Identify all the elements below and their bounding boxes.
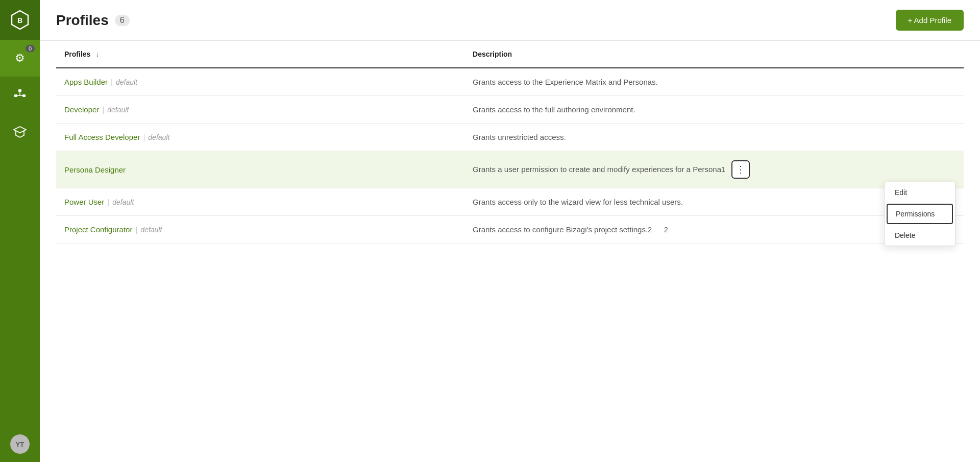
column-header-profiles[interactable]: Profiles ↓ (56, 41, 464, 68)
table-row: Full Access Developer|defaultGrants unre… (56, 124, 964, 151)
column-header-description: Description (464, 41, 964, 68)
default-label: default (107, 106, 129, 114)
profile-name-cell-project-configurator: Project Configurator|default (56, 216, 464, 244)
description-text: Grants access to the Experience Matrix a… (473, 78, 658, 86)
profile-name-cell-full-access-developer: Full Access Developer|default (56, 124, 464, 151)
user-count: 2 (648, 226, 652, 234)
profiles-table: Profiles ↓ Description Apps Builder|defa… (56, 41, 964, 244)
sidebar-item-env[interactable]: ⚙ 0 (0, 40, 40, 77)
separator: | (107, 198, 109, 206)
table-row: Persona DesignerGrants a user permission… (56, 151, 964, 188)
description-text: Grants access only to the wizard view fo… (473, 198, 683, 206)
avatar[interactable]: YT (10, 434, 30, 454)
separator: | (135, 225, 137, 234)
page-header: Profiles 6 + Add Profile (40, 0, 980, 41)
more-options-button[interactable]: ⋮ (731, 160, 750, 179)
description-text: Grants access to the full authoring envi… (473, 105, 635, 114)
profile-name-cell-developer: Developer|default (56, 96, 464, 124)
profiles-table-container: Profiles ↓ Description Apps Builder|defa… (40, 41, 980, 462)
table-row: Apps Builder|defaultGrants access to the… (56, 68, 964, 96)
sidebar-bottom: YT (10, 434, 30, 454)
profile-name[interactable]: Project Configurator (64, 225, 132, 234)
user-count: 1 (721, 165, 725, 174)
header-left: Profiles 6 (56, 12, 130, 29)
dropdown-item-delete[interactable]: Delete (885, 225, 955, 246)
dropdown-item-edit[interactable]: Edit (885, 182, 955, 203)
profile-name-cell-power-user: Power User|default (56, 188, 464, 216)
svg-text:B: B (17, 16, 22, 25)
profiles-count-badge: 6 (115, 15, 130, 26)
default-label: default (116, 78, 137, 86)
table-row: Developer|defaultGrants access to the fu… (56, 96, 964, 124)
logo-icon: B (10, 10, 30, 30)
profile-name[interactable]: Persona Designer (64, 165, 126, 174)
svg-rect-2 (18, 89, 21, 92)
profile-name[interactable]: Power User (64, 198, 104, 206)
dropdown-item-permissions[interactable]: Permissions (887, 204, 953, 224)
sidebar-item-org[interactable] (0, 77, 40, 113)
dropdown-menu: EditPermissionsDelete (884, 182, 955, 246)
description-text: Grants a user permission to create and m… (473, 165, 721, 174)
separator: | (111, 78, 113, 86)
table-row: Power User|defaultGrants access only to … (56, 188, 964, 216)
default-label: default (148, 133, 169, 141)
sidebar: B ⚙ 0 YT (0, 0, 40, 462)
profile-name[interactable]: Developer (64, 105, 99, 114)
profile-name-cell-apps-builder: Apps Builder|default (56, 68, 464, 96)
env-icon: ⚙ (15, 52, 25, 65)
profile-name-cell-persona-designer: Persona Designer (56, 151, 464, 188)
main-content: Profiles 6 + Add Profile Profiles ↓ Desc… (40, 0, 980, 462)
description-text: Grants unrestricted access. (473, 133, 566, 141)
sidebar-badge: 0 (26, 45, 35, 52)
description-cell-persona-designer: Grants a user permission to create and m… (464, 151, 964, 188)
separator: | (143, 133, 145, 141)
table-row: Project Configurator|defaultGrants acces… (56, 216, 964, 244)
description-cell-developer: Grants access to the full authoring envi… (464, 96, 964, 124)
add-profile-button[interactable]: + Add Profile (896, 10, 964, 31)
sidebar-logo[interactable]: B (0, 0, 40, 40)
profile-name[interactable]: Full Access Developer (64, 133, 140, 141)
page-title: Profiles (56, 12, 109, 29)
sort-arrow-icon: ↓ (95, 50, 99, 58)
default-label: default (140, 226, 162, 234)
default-label: default (112, 198, 134, 206)
table-header-row: Profiles ↓ Description (56, 41, 964, 68)
sidebar-item-learn[interactable] (0, 113, 40, 150)
description-cell-apps-builder: Grants access to the Experience Matrix a… (464, 68, 964, 96)
profile-name[interactable]: Apps Builder (64, 78, 108, 86)
learn-icon (13, 125, 27, 138)
user-count-project: 2 (664, 226, 668, 234)
description-text: Grants access to configure Bizagi's proj… (473, 225, 648, 234)
org-icon (13, 88, 27, 102)
description-cell-full-access-developer: Grants unrestricted access. (464, 124, 964, 151)
separator: | (102, 105, 104, 114)
